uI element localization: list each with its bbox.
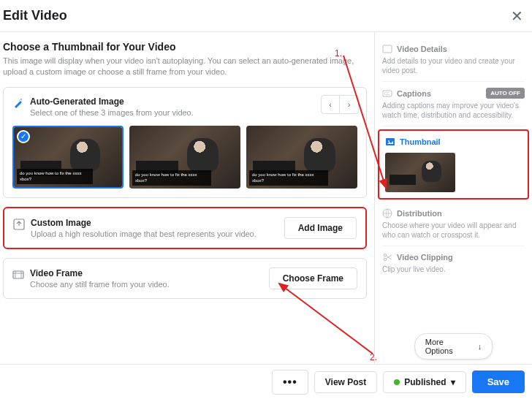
svg-point-8 [384,254,387,256]
custom-sub: Upload a high resolution image that best… [31,229,256,238]
svg-rect-1 [13,271,23,278]
svg-rect-2 [383,45,392,53]
status-dot-icon [394,379,400,385]
published-dropdown[interactable]: Published ▾ [383,371,466,393]
upload-icon [13,218,25,230]
right-panel: Video Details Add details to your video … [374,32,532,364]
side-video-clipping[interactable]: Video Clipping Clip your live video. [382,246,525,280]
svg-text:CC: CC [384,91,390,96]
side-captions[interactable]: CC Captions AUTO OFF Adding captions may… [382,82,525,126]
choose-title: Choose a Thumbnail for Your Video [3,41,367,53]
svg-point-6 [388,140,390,142]
check-icon: ✓ [17,130,30,143]
dialog-title: Edit Video [3,8,67,23]
custom-image-card: Custom Image Upload a high resolution im… [3,207,367,249]
globe-icon [382,208,392,218]
choose-frame-button[interactable]: Choose Frame [269,267,357,289]
annotation-1: 1. [335,48,342,58]
footer: ••• View Post Published ▾ Save [0,364,532,399]
close-icon[interactable]: ✕ [511,7,523,25]
more-options-button[interactable]: More Options ↓ [414,333,493,360]
side-thumbnail[interactable]: Thumbnail [378,129,529,200]
annotation-2: 2. [370,352,377,362]
video-frame-card: Video Frame Choose any still frame from … [3,258,367,299]
custom-title: Custom Image [31,218,256,228]
frame-sub: Choose any still frame from your video. [30,280,170,289]
captions-icon: CC [382,88,392,99]
frame-title: Video Frame [30,268,170,278]
auto-off-badge: AUTO OFF [486,88,525,99]
auto-sub: Select one of these 3 images from your v… [30,108,194,117]
caret-down-icon: ▾ [451,377,455,387]
side-distribution[interactable]: Distribution Choose where your video wil… [382,202,525,246]
svg-point-9 [384,258,387,261]
choose-desc: This image will display when your video … [3,56,367,78]
wand-icon [12,97,24,109]
save-button[interactable]: Save [472,370,525,393]
view-post-button[interactable]: View Post [314,371,377,393]
auto-thumb-1[interactable]: ✓ do you know how to fix the xxxx xbox? [12,126,123,189]
side-video-details[interactable]: Video Details Add details to your video … [382,38,525,82]
frame-icon [12,269,24,281]
add-image-button[interactable]: Add Image [284,217,357,239]
auto-generated-card: ‹ › Auto-Generated Image Select one of t… [3,87,367,198]
details-icon [382,44,392,54]
more-actions-button[interactable]: ••• [272,370,308,395]
scissors-icon [382,252,392,262]
next-button[interactable]: › [340,95,359,114]
svg-rect-5 [386,138,395,145]
prev-button[interactable]: ‹ [321,95,340,114]
left-panel: Choose a Thumbnail for Your Video This i… [0,32,374,364]
auto-thumb-2[interactable]: do you know how to fix the xxxx xbox? [129,126,240,189]
thumbnail-icon [385,137,395,147]
auto-thumb-3[interactable]: do you know how to fix the xxxx xbox? [246,126,357,189]
chevron-down-icon: ↓ [478,342,482,351]
auto-title: Auto-Generated Image [30,96,194,107]
